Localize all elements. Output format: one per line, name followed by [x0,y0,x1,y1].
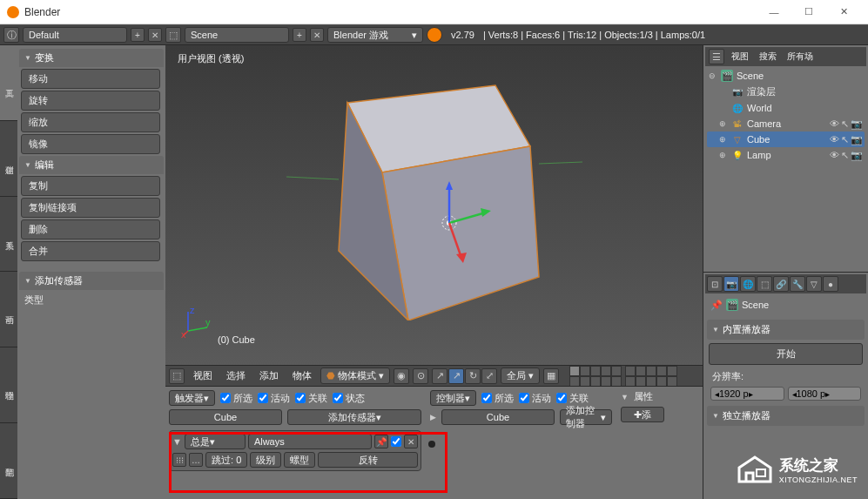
screen-layout-field[interactable]: Default [23,27,127,43]
mirror-button[interactable]: 镜像 [21,134,160,154]
panel-edit-header[interactable]: 编辑 [19,156,164,174]
breadcrumb-scene[interactable]: Scene [742,300,769,310]
section-standalone[interactable]: 独立播放器 [707,406,865,426]
svg-marker-8 [446,181,453,190]
editor-type-icon[interactable]: ⓘ [3,27,19,43]
render-icon[interactable]: 📷 [851,118,863,130]
remove-layout-button[interactable]: ✕ [148,28,162,42]
scene-field[interactable]: Scene [185,27,289,43]
manipulator-rotate-icon[interactable]: ↻ [465,368,481,384]
tree-world[interactable]: 🌐World [707,100,865,116]
translate-button[interactable]: 移动 [21,69,160,89]
manipulator-translate-icon[interactable]: ↗ [448,368,464,384]
cb-sensors-link[interactable]: 关联 [295,392,327,405]
tree-lamp[interactable]: ⊕💡Lamp 👁↖📷 [707,147,865,163]
cursor-icon[interactable]: ↖ [841,134,849,145]
expand-ctrl-icon[interactable]: ▶ [430,413,436,421]
ptab-scene-icon[interactable]: 📷 [723,276,739,292]
outliner-menu-search[interactable]: 搜索 [756,51,780,63]
ptab-world-icon[interactable]: 🌐 [740,276,756,292]
orientation-dropdown[interactable]: 全局▾ [501,368,540,384]
sensor-output-socket[interactable] [428,441,435,448]
layer-buttons[interactable] [569,366,677,387]
eye-icon[interactable]: 👁 [830,118,839,130]
menu-select[interactable]: 选择 [221,369,251,382]
section-player[interactable]: 内置播放器 [707,320,865,340]
ptab-object-icon[interactable]: ⬚ [757,276,772,292]
tab-tools[interactable]: 工具 [0,45,17,121]
render-engine-dropdown[interactable]: Blender 游戏▾ [327,27,423,43]
ptab-material-icon[interactable]: ● [823,276,838,292]
outliner-menu-all[interactable]: 所有场 [784,51,817,63]
eye-icon[interactable]: 👁 [830,150,839,161]
ptab-modifiers-icon[interactable]: 🔧 [790,276,805,292]
shading-solid-icon[interactable]: ◉ [394,368,409,384]
tree-scene[interactable]: ⊖🎬Scene [707,68,865,84]
add-scene-button[interactable]: + [293,28,306,42]
duplicate-button[interactable]: 复制 [21,176,160,196]
add-sensor-dropdown[interactable]: 添加传感器 ▾ [287,409,421,425]
ptab-render-icon[interactable]: ⊡ [707,276,723,292]
tree-renderlayers[interactable]: 📷渲染层 [707,84,865,100]
minimize-button[interactable]: — [757,0,791,24]
3d-viewport[interactable]: 用户视图 (透视) [165,45,703,365]
menu-view[interactable]: 视图 [188,369,218,382]
highlight-red-box [169,432,447,493]
cb-sensors-act[interactable]: 活动 [258,392,290,405]
res-height-field[interactable]: ◂ 1080 p ▸ [788,387,862,401]
cb-ctrl-link[interactable]: 关联 [556,392,589,405]
scene-browse-icon[interactable]: ⬚ [165,27,181,43]
active-object-label: (0) Cube [218,334,255,345]
outliner-menu-view[interactable]: 视图 [728,51,752,63]
cursor-icon[interactable]: ↖ [841,118,849,130]
pin-icon[interactable]: 📌 [710,300,723,311]
tab-animation[interactable]: 动画 [0,272,17,347]
cb-sensors-state[interactable]: 状态 [333,392,365,405]
menu-add[interactable]: 添加 [254,369,284,382]
manipulator-toggle-icon[interactable]: ↗ [432,368,447,384]
svg-line-15 [188,327,207,331]
res-width-field[interactable]: ◂ 1920 p ▸ [710,387,784,401]
maximize-button[interactable]: ☐ [791,0,826,24]
add-property-button[interactable]: ✚ 添 [621,407,664,422]
manipulator-scale-icon[interactable]: ⤢ [481,368,497,384]
svg-text:x: x [181,329,186,338]
render-icon[interactable]: 📷 [851,134,863,145]
layers-icon[interactable]: ▦ [543,368,559,384]
viewport-editor-icon[interactable]: ⬚ [169,368,185,384]
start-button[interactable]: 开始 [709,343,863,365]
panel-transform-header[interactable]: 变换 [19,49,164,67]
cb-ctrl-sel[interactable]: 所选 [481,392,514,405]
panel-add-sensor-header[interactable]: 添加传感器 [19,272,164,290]
ptab-data-icon[interactable]: ▽ [806,276,822,292]
tab-physics[interactable]: 物理 [0,347,17,423]
outliner-editor-icon[interactable]: ☰ [709,49,724,64]
pivot-icon[interactable]: ⊙ [413,368,428,384]
tree-camera[interactable]: ⊕📽Camera 👁↖📷 [707,116,865,131]
remove-scene-button[interactable]: ✕ [310,28,324,42]
delete-button[interactable]: 删除 [21,219,160,239]
cursor-icon[interactable]: ↖ [841,150,849,161]
add-controller-dropdown[interactable]: 添加控制器 ▾ [560,409,612,425]
menu-object[interactable]: 物体 [287,369,317,382]
transform-manipulator[interactable] [423,179,501,268]
ptab-constraints-icon[interactable]: 🔗 [773,276,789,292]
tree-cube[interactable]: ⊕▽Cube 👁↖📷 [707,131,865,147]
cb-ctrl-act[interactable]: 活动 [519,392,551,405]
tab-create[interactable]: 创建 [0,121,17,197]
mode-dropdown[interactable]: ⬣物体模式▾ [320,368,390,384]
eye-icon[interactable]: 👁 [830,134,839,145]
expand-props-icon[interactable]: ▼ [621,393,629,401]
close-button[interactable]: ✕ [826,0,861,24]
tab-relations[interactable]: 关系 [0,197,17,273]
duplicate-linked-button[interactable]: 复制链接项 [21,198,160,218]
sensors-dropdown[interactable]: 触发器 ▾ [169,390,215,406]
cb-sensors-sel[interactable]: 所选 [220,392,252,405]
render-icon[interactable]: 📷 [851,150,863,161]
scale-button[interactable]: 缩放 [21,112,160,132]
tab-grease[interactable]: 翻笔 [0,423,17,499]
add-layout-button[interactable]: + [131,28,145,42]
rotate-button[interactable]: 旋转 [21,91,160,111]
join-button[interactable]: 合并 [21,241,160,261]
controllers-dropdown[interactable]: 控制器 ▾ [430,390,476,406]
